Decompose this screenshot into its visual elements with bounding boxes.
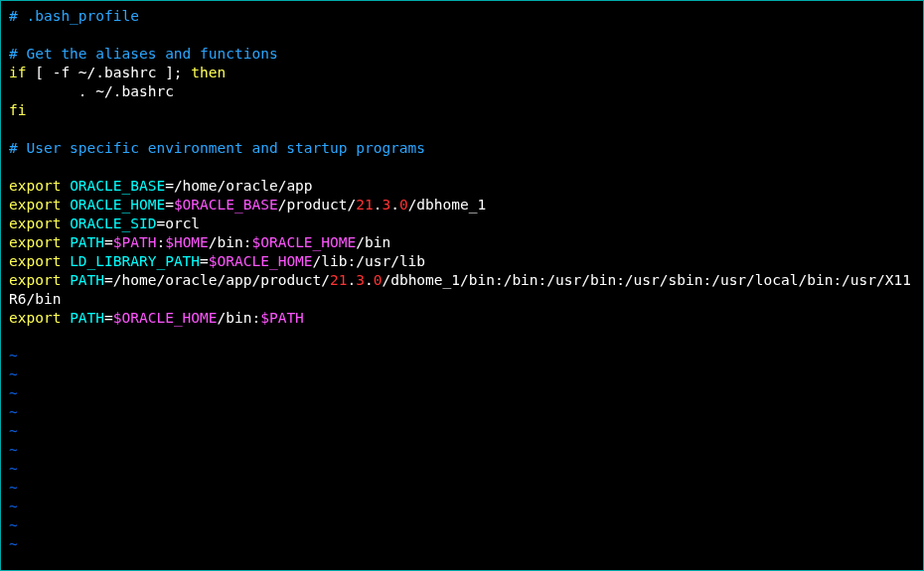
var-path: PATH <box>70 272 104 288</box>
keyword-export: export <box>9 215 61 231</box>
keyword-then: then <box>191 65 226 80</box>
keyword-export: export <box>9 234 61 250</box>
var-oracle-home: ORACLE_HOME <box>70 197 165 213</box>
val-oracle-base: /home/oracle/app <box>174 178 313 194</box>
source-bashrc: . ~/.bashrc <box>9 83 174 99</box>
var-path: PATH <box>70 234 104 250</box>
vim-tilde: ~ <box>9 423 18 439</box>
vim-tilde: ~ <box>9 536 18 552</box>
keyword-export: export <box>9 272 61 288</box>
var-path: PATH <box>70 310 104 326</box>
vim-tilde: ~ <box>9 442 18 458</box>
vim-tilde: ~ <box>9 461 18 477</box>
keyword-export: export <box>9 310 61 326</box>
vim-tilde: ~ <box>9 517 18 533</box>
vim-editor-pane[interactable]: # .bash_profile # Get the aliases and fu… <box>0 0 924 571</box>
var-ld-library-path: LD_LIBRARY_PATH <box>70 253 200 269</box>
var-oracle-sid: ORACLE_SID <box>70 215 156 231</box>
vim-tilde: ~ <box>9 348 18 363</box>
comment-filename: # .bash_profile <box>9 8 139 24</box>
keyword-if: if <box>9 65 26 80</box>
keyword-export: export <box>9 253 61 269</box>
vim-tilde: ~ <box>9 385 18 401</box>
keyword-export: export <box>9 178 61 194</box>
comment-aliases: # Get the aliases and functions <box>9 46 278 62</box>
vim-tilde: ~ <box>9 499 18 514</box>
vim-tilde: ~ <box>9 480 18 496</box>
comment-env: # User specific environment and startup … <box>9 140 425 156</box>
if-test-expr: [ -f ~/.bashrc ]; <box>26 65 191 80</box>
var-oracle-base: ORACLE_BASE <box>70 178 165 194</box>
vim-tilde: ~ <box>9 366 18 382</box>
keyword-export: export <box>9 197 61 213</box>
vim-tilde: ~ <box>9 404 18 420</box>
ref-oracle-base: $ORACLE_BASE <box>174 197 278 213</box>
val-oracle-sid: orcl <box>165 215 200 231</box>
keyword-fi: fi <box>9 102 26 118</box>
